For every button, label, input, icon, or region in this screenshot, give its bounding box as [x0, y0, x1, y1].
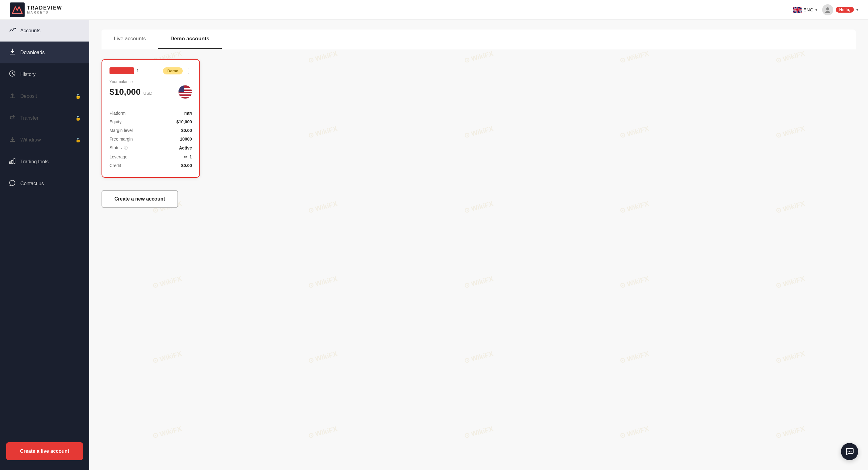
- withdraw-label: Withdraw: [20, 137, 41, 143]
- deposit-label: Deposit: [20, 94, 37, 99]
- history-icon: [9, 70, 16, 79]
- user-menu[interactable]: Hello, ▾: [822, 4, 858, 15]
- transfer-icon: [9, 114, 16, 122]
- account-name-area: 1: [110, 67, 139, 74]
- transfer-lock-icon: 🔒: [75, 116, 81, 121]
- lang-chevron-icon: ▾: [815, 8, 817, 12]
- usd-flag-icon: [178, 85, 192, 99]
- hello-badge: Hello,: [836, 7, 854, 12]
- sidebar-item-history[interactable]: History: [0, 63, 89, 85]
- status-value: Active: [179, 146, 192, 150]
- leverage-label: Leverage: [110, 154, 127, 159]
- equity-value: $10,000: [176, 119, 192, 124]
- svg-rect-32: [178, 93, 192, 94]
- deposit-icon: [9, 92, 16, 100]
- card-divider: [110, 104, 192, 104]
- withdraw-icon: [9, 136, 16, 144]
- account-id: 1: [136, 68, 139, 73]
- sidebar-item-withdraw: Withdraw 🔒: [0, 129, 89, 151]
- balance-row: $10,000 USD: [110, 85, 192, 99]
- svg-point-36: [848, 451, 848, 452]
- chat-icon: [845, 447, 854, 456]
- equity-label: Equity: [110, 119, 122, 124]
- svg-point-38: [851, 451, 852, 452]
- contact-icon: [9, 179, 16, 188]
- sidebar-item-accounts[interactable]: Accounts: [0, 20, 89, 41]
- accounts-list: 1 Demo ⋮ Your balance $10,000 USD: [101, 49, 856, 188]
- header: TRADEVIEW MARKETS ENG ▾ H: [0, 0, 868, 20]
- user-chevron-icon: ▾: [856, 8, 858, 12]
- svg-rect-27: [12, 161, 13, 164]
- balance-label: Your balance: [110, 80, 192, 84]
- card-header: 1 Demo ⋮: [110, 67, 192, 74]
- header-right: ENG ▾ Hello, ▾: [793, 4, 858, 15]
- tab-demo-accounts[interactable]: Demo accounts: [158, 30, 222, 49]
- language-selector[interactable]: ENG ▾: [793, 7, 817, 12]
- status-info-icon: ⓘ: [124, 146, 128, 150]
- logo[interactable]: TRADEVIEW MARKETS: [10, 2, 62, 17]
- detail-row-platform: Platform mt4: [110, 109, 192, 118]
- sidebar-item-contact-us[interactable]: Contact us: [0, 173, 89, 194]
- margin-level-label: Margin level: [110, 128, 132, 133]
- accounts-icon: [9, 27, 16, 35]
- svg-rect-26: [9, 162, 11, 164]
- free-margin-value: 10000: [180, 136, 192, 142]
- credit-label: Credit: [110, 163, 121, 168]
- sidebar-item-downloads[interactable]: Downloads: [0, 41, 89, 63]
- chat-button[interactable]: [841, 443, 858, 460]
- detail-row-margin-level: Margin level $0.00: [110, 126, 192, 135]
- card-menu-icon[interactable]: ⋮: [186, 67, 192, 74]
- logo-markets: MARKETS: [27, 11, 62, 14]
- language-label: ENG: [803, 7, 813, 12]
- logo-tradeview: TRADEVIEW: [27, 5, 62, 11]
- balance-currency: USD: [143, 91, 153, 96]
- downloads-label: Downloads: [20, 50, 44, 55]
- user-avatar-icon: [822, 4, 833, 15]
- sidebar-item-trading-tools[interactable]: Trading tools: [0, 151, 89, 173]
- margin-level-value: $0.00: [181, 128, 192, 133]
- detail-row-equity: Equity $10,000: [110, 118, 192, 126]
- deposit-lock-icon: 🔒: [75, 94, 81, 99]
- account-tabs: Live accounts Demo accounts: [101, 30, 856, 49]
- create-live-account-button[interactable]: Create a live account: [6, 442, 83, 460]
- sidebar-item-transfer: Transfer 🔒: [0, 107, 89, 129]
- detail-row-credit: Credit $0.00: [110, 161, 192, 170]
- account-details: Platform mt4 Equity $10,000 Margin level…: [110, 109, 192, 170]
- free-margin-label: Free margin: [110, 136, 132, 142]
- demo-badge: Demo: [163, 67, 183, 74]
- downloads-icon: [9, 48, 16, 57]
- create-new-account-button[interactable]: Create a new account: [101, 190, 178, 208]
- platform-label: Platform: [110, 111, 125, 116]
- contact-label: Contact us: [20, 181, 44, 186]
- withdraw-lock-icon: 🔒: [75, 137, 81, 143]
- leverage-edit-icon[interactable]: ✏: [184, 154, 188, 159]
- sidebar-item-deposit: Deposit 🔒: [0, 85, 89, 107]
- tab-live-accounts[interactable]: Live accounts: [101, 30, 158, 49]
- platform-value: mt4: [184, 111, 192, 116]
- transfer-label: Transfer: [20, 115, 38, 121]
- detail-row-status: Status ⓘ Active: [110, 143, 192, 153]
- svg-point-12: [826, 7, 829, 10]
- svg-rect-28: [14, 159, 15, 164]
- layout: Accounts Downloads History Deposit 🔒: [0, 20, 868, 470]
- redacted-name-bar: [110, 67, 134, 74]
- balance-amount: $10,000: [110, 87, 141, 97]
- svg-point-13: [825, 11, 830, 13]
- detail-row-leverage: Leverage ✏ 1: [110, 153, 192, 161]
- leverage-value: 1: [189, 154, 192, 159]
- credit-value: $0.00: [181, 163, 192, 168]
- trading-tools-label: Trading tools: [20, 159, 49, 164]
- history-label: History: [20, 72, 36, 77]
- trading-tools-icon: [9, 157, 16, 166]
- status-label: Status ⓘ: [110, 145, 128, 151]
- accounts-label: Accounts: [20, 28, 40, 34]
- leverage-value-area: ✏ 1: [184, 154, 192, 159]
- sidebar: Accounts Downloads History Deposit 🔒: [0, 20, 89, 470]
- detail-row-free-margin: Free margin 10000: [110, 135, 192, 143]
- svg-point-37: [849, 451, 850, 452]
- uk-flag-icon: [793, 7, 802, 12]
- demo-account-card: 1 Demo ⋮ Your balance $10,000 USD: [101, 59, 200, 178]
- main-content-area: ⊙ WikiFX ⊙ WikiFX ⊙ WikiFX ⊙ WikiFX ⊙ Wi…: [89, 20, 868, 470]
